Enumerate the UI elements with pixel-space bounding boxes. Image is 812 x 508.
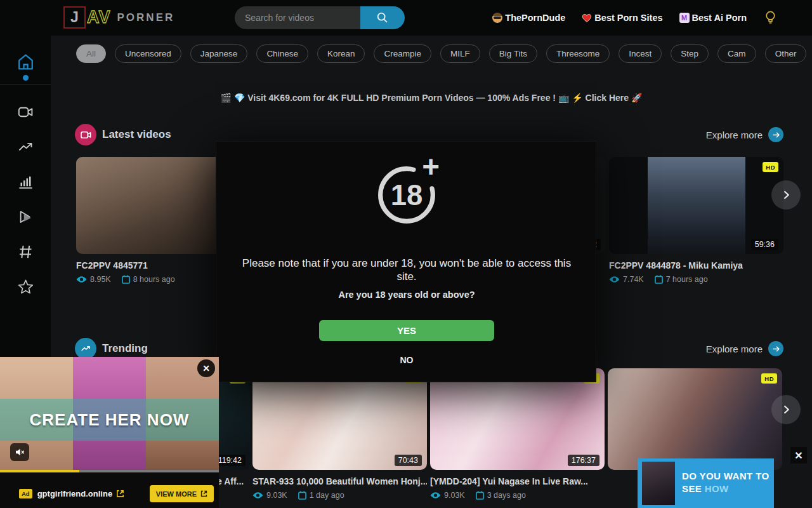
- hd-badge: HD: [761, 373, 777, 384]
- video-card[interactable]: HD 70:43 STAR-933 10,000 Beautiful Women…: [252, 368, 427, 500]
- ad-close-button[interactable]: ✕: [197, 359, 215, 377]
- search-input[interactable]: [235, 6, 360, 29]
- views-eye-icon: [609, 276, 620, 283]
- video-card[interactable]: HD 176:37 [YMDD-204] Yui Nagase In Live …: [430, 368, 605, 500]
- category-pill-all[interactable]: All: [76, 44, 106, 63]
- latest-videos-badge: [75, 124, 96, 145]
- svg-text:18: 18: [391, 179, 423, 211]
- stats-icon[interactable]: [17, 173, 34, 190]
- promo-banner-link[interactable]: 🎬 💎 Visit 4K69.com for 4K FULL HD Premiu…: [51, 93, 812, 103]
- calendar-icon: [298, 491, 306, 500]
- m-logo-icon: M: [679, 13, 690, 23]
- duration-badge: 59:36: [751, 239, 778, 250]
- porndude-icon: [492, 13, 502, 23]
- home-icon[interactable]: [16, 53, 35, 71]
- ad-domain-link[interactable]: gptgirlfriend.online: [37, 489, 112, 498]
- trending-next-button[interactable]: [771, 395, 801, 424]
- category-pill-japanese[interactable]: Japanese: [190, 44, 248, 63]
- explore-more-label: Explore more: [706, 344, 763, 354]
- category-pill-korean[interactable]: Korean: [317, 44, 365, 63]
- chevron-right-icon: [780, 403, 792, 416]
- ad-headline-band: CREATE HER NOW: [0, 399, 219, 441]
- category-pill-step[interactable]: Step: [671, 44, 709, 63]
- latest-next-button[interactable]: [771, 180, 801, 210]
- category-pill-chinese[interactable]: Chinese: [256, 44, 308, 63]
- category-pill-other[interactable]: Other: [765, 44, 807, 63]
- views-eye-icon: [252, 491, 263, 499]
- category-pill-bigtits[interactable]: Big Tits: [489, 44, 537, 63]
- category-pill-cam[interactable]: Cam: [717, 44, 756, 63]
- video-card[interactable]: HD: [608, 368, 782, 470]
- trending-badge: [75, 338, 96, 359]
- video-meta: 9.03K 3 days ago: [430, 491, 605, 500]
- external-link-icon: [200, 490, 207, 497]
- ad-progress-bar[interactable]: [0, 470, 219, 472]
- arrow-right-icon: [768, 341, 783, 356]
- speaker-muted-icon: [14, 446, 25, 458]
- link-label: Best Ai Porn: [692, 13, 747, 23]
- category-pill-milf[interactable]: MILF: [440, 44, 480, 63]
- star-icon[interactable]: [17, 278, 34, 295]
- search-bar: [235, 6, 405, 29]
- video-ad-player: CREATE HER NOW Ad gptgirlfriend.online V…: [0, 357, 219, 508]
- videos-icon[interactable]: [17, 104, 34, 121]
- lightbulb-icon[interactable]: [763, 10, 778, 26]
- view-count: 9.03K: [266, 491, 287, 500]
- mute-button[interactable]: [10, 443, 29, 461]
- age-yes-button[interactable]: YES: [319, 320, 494, 341]
- category-pill-uncensored[interactable]: Uncensored: [115, 44, 181, 63]
- link-theporndude[interactable]: ThePornDude: [492, 13, 565, 23]
- link-label: ThePornDude: [505, 13, 565, 23]
- link-label: Best Porn Sites: [594, 13, 662, 23]
- views-eye-icon: [430, 491, 441, 499]
- search-button[interactable]: [360, 6, 405, 29]
- video-title[interactable]: [YMDD-204] Yui Nagase In Live Raw...: [430, 476, 605, 486]
- ad-label-badge: Ad: [19, 489, 32, 498]
- external-link-icon: [116, 490, 124, 498]
- category-pill-threesome[interactable]: Threesome: [546, 44, 610, 63]
- video-thumbnail[interactable]: HD: [608, 368, 782, 470]
- trending-icon[interactable]: [17, 138, 34, 156]
- hd-badge: HD: [763, 162, 778, 172]
- site-logo[interactable]: J AV PORNER: [63, 6, 174, 29]
- video-thumbnail[interactable]: HD 59:36: [609, 157, 783, 254]
- age-question-text: Are you 18 years old or above?: [216, 290, 597, 300]
- ad-text-highlight: HOW: [705, 483, 729, 494]
- link-best-ai-porn[interactable]: M Best Ai Porn: [679, 13, 747, 23]
- category-filter-bar: All Uncensored Japanese Chinese Korean C…: [76, 44, 806, 63]
- thumbnail-image-placeholder: [648, 157, 745, 254]
- link-best-porn-sites[interactable]: Best Porn Sites: [582, 13, 662, 23]
- home-active-dot: [23, 75, 29, 81]
- ad-cta-label: VIEW MORE: [156, 490, 197, 498]
- trending-up-icon: [80, 343, 91, 354]
- video-title[interactable]: STAR-933 10,000 Beautiful Women Honj...: [252, 476, 427, 486]
- arrow-right-icon: [768, 127, 783, 142]
- video-title[interactable]: FC2PPV 4844878 - Miku Kamiya: [609, 260, 783, 271]
- trending-explore-more[interactable]: Explore more: [706, 341, 783, 356]
- duration-badge: 176:37: [568, 455, 599, 466]
- section-title: Trending: [102, 342, 148, 355]
- category-pill-incest[interactable]: Incest: [619, 44, 662, 63]
- age-no-button[interactable]: NO: [216, 355, 597, 365]
- latest-explore-more[interactable]: Explore more: [706, 127, 783, 142]
- category-pill-creampie[interactable]: Creampie: [374, 44, 431, 63]
- play-icon[interactable]: [17, 208, 34, 225]
- view-count: 8.95K: [90, 275, 111, 284]
- age-18-plus-icon: 18 +: [367, 154, 446, 233]
- app-window: J AV PORNER ThePornDude Best Por: [0, 0, 812, 508]
- banner-ad-close-button[interactable]: ✕: [790, 447, 807, 464]
- video-card[interactable]: HD 59:36 FC2PPV 4844878 - Miku Kamiya 7.…: [609, 157, 783, 284]
- hashtag-icon[interactable]: [17, 243, 34, 260]
- chevron-right-icon: [780, 189, 792, 201]
- video-thumbnail[interactable]: HD 176:37: [430, 368, 605, 470]
- age-verification-modal: 18 + Please note that if you are under 1…: [216, 141, 596, 382]
- section-title: Latest videos: [102, 128, 171, 141]
- upload-age: 1 day ago: [310, 491, 344, 500]
- video-meta: 7.74K 7 hours ago: [609, 275, 783, 284]
- ad-view-more-button[interactable]: VIEW MORE: [150, 485, 214, 502]
- ad-text-line2: SEE HOW: [682, 483, 769, 495]
- video-thumbnail[interactable]: HD 70:43: [252, 368, 427, 470]
- svg-text:+: +: [422, 154, 440, 184]
- banner-ad[interactable]: DO YOU WANT TO SEE HOW: [638, 458, 774, 508]
- age-warning-text: Please note that if you are under 18, yo…: [235, 257, 578, 283]
